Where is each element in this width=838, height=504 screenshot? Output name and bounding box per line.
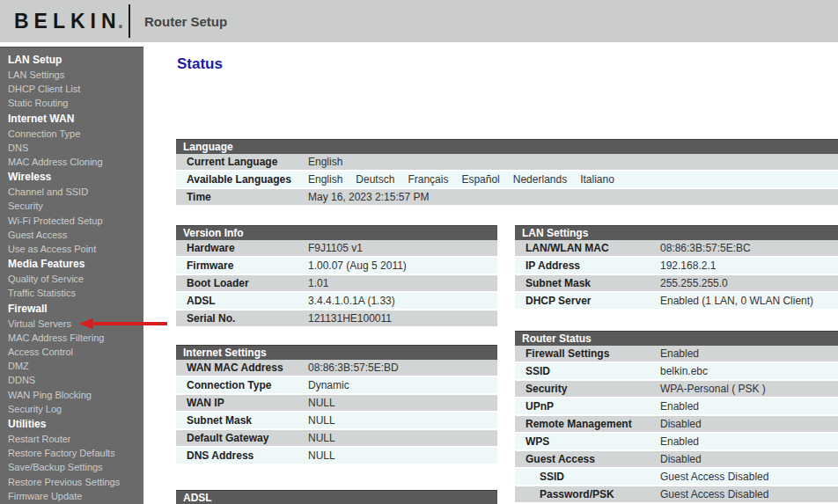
sidebar-item-virtual-servers[interactable]: Virtual Servers — [8, 317, 143, 331]
sidebar: LAN SetupLAN SettingsDHCP Client ListSta… — [0, 47, 143, 504]
router-status-table: Router StatusFirewall SettingsEnabledSSI… — [515, 331, 838, 504]
sidebar-item-mac-address-cloning[interactable]: MAC Address Cloning — [8, 155, 143, 169]
row-label: Subnet Mask — [176, 413, 308, 428]
sidebar-item-static-routing[interactable]: Static Routing — [8, 96, 143, 110]
table-row: Firmware1.00.07 (Aug 5 2011) — [176, 258, 497, 275]
row-value: NULL — [308, 413, 335, 428]
sidebar-item-firewall: Firewall — [8, 302, 143, 317]
table-row: WPSEnabled — [515, 434, 838, 451]
sidebar-item-wan-ping-blocking[interactable]: WAN Ping Blocking — [8, 388, 143, 402]
sidebar-item-save-backup-settings[interactable]: Save/Backup Settings — [8, 460, 143, 474]
router-setup-page: BELKIN. Router Setup LAN SetupLAN Settin… — [0, 0, 838, 504]
row-label: Serial No. — [176, 310, 308, 326]
table-row: Serial No.121131HE100011 — [176, 310, 497, 328]
language-option[interactable]: Nederlands — [513, 173, 567, 186]
row-label: Hardware — [176, 240, 308, 256]
sidebar-item-ddns[interactable]: DDNS — [8, 373, 143, 387]
row-value: 08:86:3B:57:5E:BC — [660, 240, 751, 256]
sidebar-item-channel-and-ssid[interactable]: Channel and SSID — [8, 185, 143, 199]
sidebar-item-lan-setup: LAN Setup — [8, 53, 143, 68]
row-label: Current Language — [176, 154, 308, 170]
row-value: Disabled — [660, 451, 702, 467]
row-label: Boot Loader — [176, 275, 308, 291]
adsl-table-header: ADSL — [176, 490, 497, 504]
row-value: English — [308, 154, 342, 170]
row-label: Connection Type — [176, 377, 308, 393]
row-label: Firmware — [176, 258, 308, 274]
sidebar-item-security[interactable]: Security — [8, 199, 143, 213]
internet-settings-table: Internet SettingsWAN MAC Address08:86:3B… — [176, 345, 497, 465]
sidebar-item-restore-previous-settings[interactable]: Restore Previous Settings — [8, 475, 143, 489]
row-label: Password/PSK — [515, 486, 660, 502]
row-label: ADSL — [176, 293, 308, 309]
language-table-header: Language — [176, 139, 838, 154]
row-value: 255.255.255.0 — [660, 275, 728, 291]
sidebar-item-media-features: Media Features — [8, 257, 143, 272]
language-option[interactable]: Français — [408, 173, 448, 186]
table-row: Firewall SettingsEnabled — [515, 346, 838, 363]
language-option[interactable]: Deutsch — [356, 173, 394, 186]
sidebar-item-quality-of-service[interactable]: Quality of Service — [8, 272, 143, 286]
table-row: Default GatewayNULL — [176, 430, 497, 448]
row-label: Subnet Mask — [515, 275, 660, 291]
lan-settings-table-header: LAN Settings — [515, 225, 838, 240]
sidebar-item-restore-factory-defaults[interactable]: Restore Factory Defaults — [8, 446, 143, 460]
router-status-table-header: Router Status — [515, 331, 838, 346]
table-row: Password/PSKGuest Access Disabled — [515, 486, 838, 504]
sidebar-item-use-as-access-point[interactable]: Use as Access Point — [8, 242, 143, 256]
row-value: Enabled — [660, 434, 699, 449]
sidebar-item-wi-fi-protected-setup[interactable]: Wi-Fi Protected Setup — [8, 214, 143, 228]
sidebar-item-internet-wan: Internet WAN — [8, 112, 143, 127]
app-header: BELKIN. Router Setup — [0, 0, 838, 42]
row-label: Time — [176, 189, 308, 205]
language-option[interactable]: Español — [461, 173, 499, 186]
table-row: SSIDGuest Access Disabled — [515, 469, 838, 486]
sidebar-item-firmware-update[interactable]: Firmware Update — [8, 489, 143, 503]
table-row: SecurityWPA-Personal ( PSK ) — [515, 381, 838, 398]
row-label: Default Gateway — [176, 430, 308, 446]
row-label: Security — [515, 381, 660, 397]
row-label: Remote Management — [515, 416, 660, 432]
row-value: NULL — [308, 430, 335, 446]
row-value: Enabled — [660, 398, 699, 414]
row-value: 1.00.07 (Aug 5 2011) — [308, 258, 407, 274]
row-value: Enabled (1 LAN, 0 WLAN Client) — [660, 293, 813, 309]
page-title: Status — [177, 55, 223, 73]
sidebar-item-dmz[interactable]: DMZ — [8, 359, 143, 373]
language-option[interactable]: Italiano — [580, 173, 614, 186]
table-row: ADSL3.4.4.1.0.1A (1.33) — [176, 293, 497, 310]
row-value: May 16, 2023 2:15:57 PM — [308, 189, 429, 205]
sidebar-item-dhcp-client-list[interactable]: DHCP Client List — [8, 82, 143, 96]
row-value: Guest Access Disabled — [660, 469, 768, 485]
table-row: Remote ManagementDisabled — [515, 416, 838, 434]
sidebar-item-security-log[interactable]: Security Log — [8, 402, 143, 416]
lan-settings-table: LAN SettingsLAN/WLAN MAC08:86:3B:57:5E:B… — [515, 225, 838, 310]
table-row: Subnet MaskNULL — [176, 413, 497, 430]
row-label: Available Languages — [176, 172, 308, 187]
sidebar-item-restart-router[interactable]: Restart Router — [8, 432, 143, 446]
table-row: IP Address192.168.2.1 — [515, 258, 838, 275]
internet-settings-table-header: Internet Settings — [176, 345, 497, 360]
sidebar-item-traffic-statistics[interactable]: Traffic Statistics — [8, 286, 143, 300]
language-option[interactable]: English — [308, 173, 342, 186]
sidebar-item-guest-access[interactable]: Guest Access — [8, 228, 143, 242]
sidebar-item-mac-address-filtering[interactable]: MAC Address Filtering — [8, 331, 143, 345]
sidebar-item-dns[interactable]: DNS — [8, 141, 143, 155]
sidebar-item-access-control[interactable]: Access Control — [8, 345, 143, 359]
row-value: NULL — [308, 448, 335, 464]
adsl-table: ADSL — [176, 490, 497, 504]
row-value: 121131HE100011 — [308, 310, 392, 326]
sidebar-item-connection-type[interactable]: Connection Type — [8, 127, 143, 141]
belkin-logo-dot: . — [118, 10, 123, 33]
sidebar-item-lan-settings[interactable]: LAN Settings — [8, 68, 143, 82]
app-title: Router Setup — [144, 14, 227, 29]
belkin-logo-text: BELKIN — [14, 10, 121, 33]
row-value: EnglishDeutschFrançaisEspañolNederlandsI… — [308, 172, 628, 187]
table-row: SSIDbelkin.ebc — [515, 363, 838, 381]
sidebar-item-wireless: Wireless — [8, 170, 143, 185]
row-value: 08:86:3B:57:5E:BD — [308, 360, 399, 376]
table-row: LAN/WLAN MAC08:86:3B:57:5E:BC — [515, 240, 838, 258]
row-label: DHCP Server — [515, 293, 660, 309]
row-label: SSID — [515, 469, 660, 485]
row-label: IP Address — [515, 258, 660, 274]
